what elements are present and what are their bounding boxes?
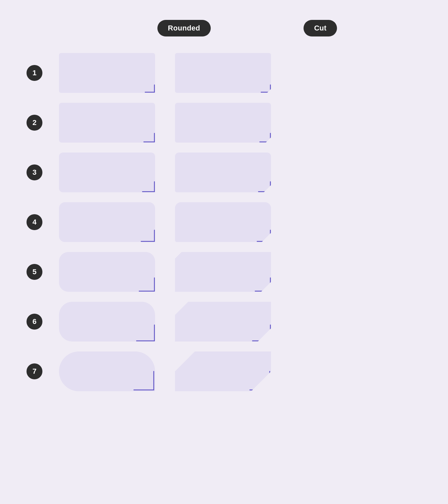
content-row-7: 7 <box>27 351 421 391</box>
cut-accent-4 <box>256 229 271 242</box>
cut-card-4 <box>175 202 271 242</box>
rounded-accent-7 <box>133 370 155 391</box>
content-row-1: 1 <box>27 53 421 93</box>
cut-accent-7 <box>249 370 271 391</box>
cut-card-3 <box>175 153 271 192</box>
cut-accent-5 <box>254 277 271 292</box>
content-row-2: 2 <box>27 103 421 143</box>
rounded-card-2 <box>59 103 155 143</box>
row-number-6: 6 <box>27 314 42 330</box>
rounded-card-6 <box>59 302 155 342</box>
rounded-accent-2 <box>143 132 155 143</box>
row-number-4: 4 <box>27 214 42 230</box>
rounded-accent-4 <box>140 229 155 242</box>
content-row-5: 5 <box>27 252 421 292</box>
rounded-card-7 <box>59 351 155 391</box>
rounded-card-4 <box>59 202 155 242</box>
rounded-label: Rounded <box>157 20 211 36</box>
cut-card-7 <box>175 351 271 391</box>
row-number-2: 2 <box>27 115 42 131</box>
cut-card-2 <box>175 103 271 143</box>
content-row-4: 4 <box>27 202 421 242</box>
header-row: Rounded Cut <box>27 20 421 36</box>
rounded-card-3 <box>59 153 155 192</box>
rounded-accent-6 <box>136 324 155 342</box>
row-number-1: 1 <box>27 65 42 81</box>
shapes-group-6 <box>59 302 271 342</box>
cut-accent-6 <box>252 324 271 342</box>
cut-card-1 <box>175 53 271 93</box>
shapes-group-7 <box>59 351 271 391</box>
cut-card-5 <box>175 252 271 292</box>
row-number-3: 3 <box>27 164 42 180</box>
cut-card-6 <box>175 302 271 342</box>
row-number-7: 7 <box>27 363 42 379</box>
cut-accent-3 <box>258 180 271 192</box>
rounded-accent-3 <box>142 180 155 192</box>
content-row-6: 6 <box>27 302 421 342</box>
rounded-accent-1 <box>144 84 155 93</box>
shapes-group-2 <box>59 103 271 143</box>
cut-accent-2 <box>259 132 271 143</box>
content-row-3: 3 <box>27 153 421 192</box>
rows-container: 1 2 <box>27 53 421 391</box>
cut-accent-1 <box>260 84 271 93</box>
page-container: Rounded Cut 1 <box>0 0 448 411</box>
rounded-accent-5 <box>139 277 155 292</box>
shapes-group-4 <box>59 202 271 242</box>
rounded-card-1 <box>59 53 155 93</box>
shapes-group-5 <box>59 252 271 292</box>
row-number-5: 5 <box>27 264 42 280</box>
shapes-group-3 <box>59 153 271 192</box>
cut-label: Cut <box>304 20 337 36</box>
rounded-card-5 <box>59 252 155 292</box>
shapes-group-1 <box>59 53 271 93</box>
